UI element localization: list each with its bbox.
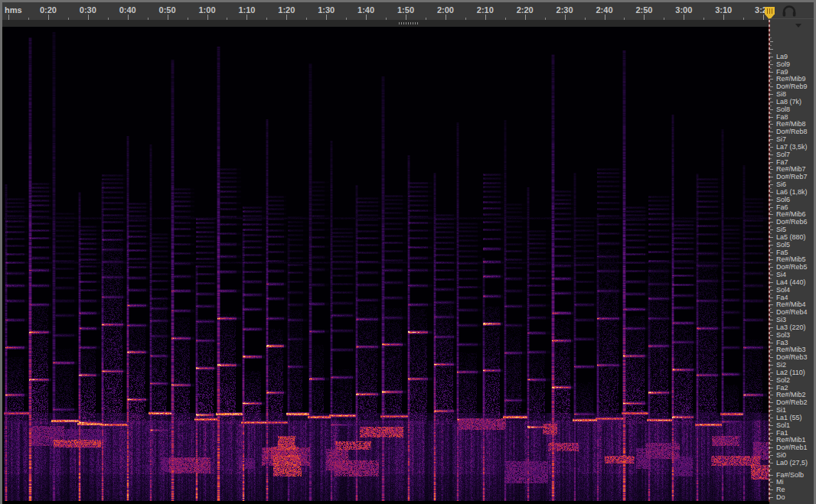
playhead-line <box>769 20 770 502</box>
note-label: La4 (440) <box>776 279 806 286</box>
note-label: Si1 <box>776 407 786 414</box>
note-label: Re#/Mib7 <box>776 166 806 173</box>
note-label: Re#/Mib6 <box>776 211 806 218</box>
headphones-icon[interactable] <box>782 4 797 19</box>
chevron-down-icon <box>795 24 801 28</box>
ruler-tick-major <box>605 15 605 20</box>
note-label: Re#/Mib4 <box>776 301 806 308</box>
timeline-ruler[interactable]: hms 0:200:300:400:501:001:101:201:301:40… <box>2 2 814 20</box>
note-label: Re#/Mib9 <box>776 76 806 83</box>
ruler-tick-major <box>207 15 208 20</box>
time-label: 1:30 <box>318 5 335 15</box>
time-label: 0:50 <box>159 5 176 15</box>
note-label: La8 (7k) <box>776 99 801 106</box>
note-label: La7 (3,5k) <box>776 144 808 151</box>
ruler-tick-major <box>485 15 486 20</box>
note-label: Re#/Mib2 <box>776 392 806 398</box>
note-label: Do#/Reb8 <box>776 128 808 135</box>
note-label: Do#/Reb9 <box>776 83 808 90</box>
note-label: Si8 <box>776 91 786 98</box>
note-label: Do <box>776 494 785 501</box>
note-label: La3 (220) <box>776 324 806 331</box>
ruler-tick-major <box>446 15 446 20</box>
time-label: 1:40 <box>357 5 374 15</box>
note-label: Sol9 <box>776 61 790 68</box>
playhead-marker-icon <box>767 8 772 14</box>
time-label: 1:20 <box>278 5 295 15</box>
note-label: Do#/Reb4 <box>776 309 808 316</box>
app-window: hms 0:200:300:400:501:001:101:201:301:40… <box>0 0 816 504</box>
note-label: Sol7 <box>776 151 790 158</box>
note-label: Si7 <box>776 136 786 143</box>
ruler-tick-major <box>168 15 168 20</box>
note-label: Si3 <box>776 317 786 324</box>
note-label: Do#/Reb7 <box>776 174 808 180</box>
note-label: Do#/Reb5 <box>776 264 808 271</box>
spectrogram-canvas[interactable] <box>4 27 769 501</box>
time-label: 1:10 <box>238 5 255 15</box>
ruler-tick-major <box>246 15 247 20</box>
ruler-tick-major <box>525 15 526 20</box>
ruler-tick-major <box>326 15 327 20</box>
note-label: Re#/Mib8 <box>776 121 806 128</box>
spectrogram-area <box>2 27 769 504</box>
ruler-tick-major <box>8 15 9 20</box>
time-label: 2:20 <box>517 5 534 15</box>
ruler-tick-major <box>684 15 684 20</box>
note-label: La6 (1,8k) <box>776 189 808 196</box>
ruler-tick-major <box>644 15 645 20</box>
ruler-tick-major <box>723 15 724 20</box>
time-label: 1:50 <box>397 5 414 15</box>
note-label: Do#/Reb2 <box>776 399 808 406</box>
note-label: Mi <box>776 479 784 486</box>
note-label: La1 (55) <box>776 415 802 421</box>
time-label: 2:40 <box>596 5 612 15</box>
ruler-tick-major <box>406 15 406 20</box>
time-label: 2:30 <box>557 5 573 15</box>
note-label: Do#/Reb3 <box>776 354 808 361</box>
note-label: Sol1 <box>776 422 790 429</box>
time-label: 0:20 <box>40 5 57 15</box>
note-label: La2 (110) <box>776 369 805 376</box>
time-label: 2:10 <box>477 5 494 15</box>
note-label: Sol5 <box>776 242 790 249</box>
note-label: La0 (27,5) <box>776 460 808 467</box>
note-label: Sol4 <box>776 287 790 294</box>
frequency-axis-panel[interactable]: La9Sol9Fa9Re#/Mib9Do#/Reb9Si8La8 (7k)Sol… <box>769 18 814 504</box>
note-label: Si4 <box>776 272 786 278</box>
time-label: 3:00 <box>675 5 692 15</box>
note-label: Sol6 <box>776 197 790 203</box>
panel-divider <box>2 20 769 27</box>
ruler-tick-major <box>286 15 287 20</box>
note-label: Sol3 <box>776 332 790 339</box>
grip-dots-icon[interactable] <box>399 22 419 24</box>
time-label: 0:30 <box>80 5 96 15</box>
note-label: Sol8 <box>776 106 790 113</box>
time-format-label: hms <box>5 5 22 15</box>
note-label: Si2 <box>776 362 786 369</box>
note-label: Re <box>776 486 785 493</box>
time-label: 2:00 <box>437 5 454 15</box>
time-label: 0:40 <box>119 5 136 15</box>
note-label: La5 (880) <box>776 234 806 241</box>
note-label: Si0 <box>776 452 786 459</box>
note-label: Re#/Mib5 <box>776 256 806 263</box>
time-label: 3:10 <box>715 5 732 15</box>
ruler-tick-major <box>366 15 367 20</box>
note-label: La9 <box>776 54 788 60</box>
panel-menu-button[interactable] <box>792 21 805 29</box>
ruler-tick-major <box>88 15 89 20</box>
time-label: 2:50 <box>635 5 652 15</box>
editor-frame: hms 0:200:300:400:501:001:101:201:301:40… <box>2 2 814 502</box>
note-label: Si5 <box>776 226 786 233</box>
note-label: Sol2 <box>776 377 790 384</box>
ruler-tick-major <box>128 15 129 20</box>
note-label: Do#/Reb6 <box>776 219 808 226</box>
note-label: Re#/Mib1 <box>776 437 806 444</box>
ruler-tick-major <box>48 15 49 20</box>
note-label: Si6 <box>776 181 786 188</box>
time-label: 1:00 <box>198 5 215 15</box>
ruler-tick-major <box>763 15 764 20</box>
note-label: Re#/Mib3 <box>776 346 806 353</box>
ruler-tick-major <box>565 15 566 20</box>
